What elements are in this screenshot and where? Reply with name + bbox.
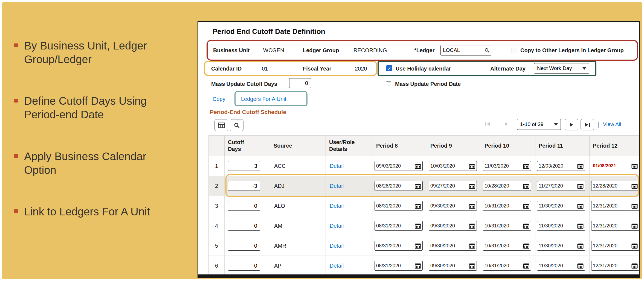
detail-link[interactable]: Detail [330, 163, 344, 169]
detail-link[interactable]: Detail [330, 243, 344, 249]
calendar-icon[interactable] [415, 263, 421, 269]
period-date-field[interactable]: 08/31/2020 [375, 201, 423, 211]
period-date-field[interactable]: 11/30/2020 [537, 241, 585, 251]
date-value: 08/31/2020 [376, 223, 401, 229]
grid-personalize-button[interactable] [214, 119, 228, 131]
detail-link[interactable]: Detail [330, 203, 344, 209]
calendar-icon[interactable] [631, 243, 638, 249]
period-date-field[interactable]: 08/31/2020 [375, 221, 423, 231]
period-date-field[interactable]: 11/30/2020 [537, 221, 585, 231]
mass-update-period-checkbox[interactable] [386, 81, 391, 87]
calendar-icon[interactable] [415, 203, 421, 209]
cutoff-days-input[interactable] [228, 261, 260, 271]
pagination-select[interactable]: 1-10 of 39 [517, 119, 561, 130]
calendar-icon[interactable] [469, 203, 475, 209]
calendar-icon[interactable] [469, 163, 475, 169]
period-date-field[interactable]: 11/30/2020 [537, 261, 585, 271]
calendar-icon[interactable] [469, 183, 475, 189]
period12-cell: 12/28/2020 [590, 176, 640, 196]
period-date-field[interactable]: 12/31/2020 [591, 201, 639, 211]
copy-to-other-checkbox[interactable] [512, 48, 517, 53]
copy-link[interactable]: Copy [213, 96, 225, 102]
cutoff-days-input[interactable] [228, 181, 260, 191]
period-date-field[interactable]: 09/03/2020 [375, 161, 423, 171]
cutoff-days-input[interactable] [228, 201, 260, 211]
period-date-field[interactable]: 10/28/2020 [483, 181, 531, 191]
previous-page-button[interactable] [504, 122, 507, 126]
calendar-icon[interactable] [523, 243, 529, 249]
period-date-field[interactable]: 09/30/2020 [429, 261, 477, 271]
period-date-field[interactable]: 01/08/2021 [591, 161, 639, 171]
period-date-field[interactable]: 12/31/2020 [591, 261, 639, 271]
period-date-field[interactable]: 12/03/2020 [537, 161, 585, 171]
period-date-field[interactable]: 09/27/2020 [429, 181, 477, 191]
calendar-icon[interactable] [631, 223, 638, 229]
period-date-field[interactable]: 10/31/2020 [483, 261, 531, 271]
period-date-field[interactable]: 10/31/2020 [483, 201, 531, 211]
calendar-icon[interactable] [577, 203, 584, 209]
period-date-field[interactable]: 08/28/2020 [375, 181, 423, 191]
calendar-icon[interactable] [631, 263, 638, 269]
bullet-text: Link to Ledgers For A Unit [24, 205, 177, 219]
use-holiday-checkbox[interactable] [386, 65, 392, 71]
date-value: 09/30/2020 [430, 263, 455, 269]
calendar-icon[interactable] [523, 183, 529, 189]
arrow-left-icon [504, 122, 507, 126]
calendar-icon[interactable] [631, 203, 638, 209]
period-date-field[interactable]: 12/28/2020 [591, 181, 639, 191]
period12-cell: 01/08/2021 [590, 156, 640, 176]
calendar-icon[interactable] [631, 183, 638, 189]
calendar-icon[interactable] [577, 223, 584, 229]
period-date-field[interactable]: 08/31/2020 [375, 241, 423, 251]
ledger-input[interactable] [440, 45, 491, 55]
search-button[interactable] [230, 119, 243, 131]
detail-link[interactable]: Detail [330, 263, 344, 269]
period-date-field[interactable]: 08/31/2020 [375, 261, 423, 271]
calendar-icon[interactable] [415, 223, 421, 229]
calendar-icon[interactable] [523, 223, 529, 229]
next-page-button[interactable] [565, 119, 578, 130]
calendar-icon[interactable] [415, 183, 421, 189]
period-date-field[interactable]: 10/03/2020 [429, 161, 477, 171]
period-date-field[interactable]: 11/27/2020 [537, 181, 585, 191]
period12-cell: 12/31/2020 [590, 236, 640, 256]
ledger-input-wrap [440, 45, 491, 55]
detail-link[interactable]: Detail [330, 223, 344, 229]
period-date-field[interactable]: 11/03/2020 [483, 161, 531, 171]
lookup-icon[interactable] [485, 48, 489, 53]
detail-link[interactable]: Detail [330, 183, 344, 189]
ledgers-for-a-unit-link[interactable]: Ledgers For A Unit [241, 96, 286, 102]
cutoff-days-input[interactable] [228, 221, 260, 231]
toolbar-separator: | [597, 121, 599, 128]
calendar-icon[interactable] [523, 203, 529, 209]
calendar-icon[interactable] [577, 183, 584, 189]
calendar-icon[interactable] [577, 163, 584, 169]
period9-cell: 09/30/2020 [427, 236, 481, 256]
period-date-field[interactable]: 11/30/2020 [537, 201, 585, 211]
calendar-icon[interactable] [469, 263, 475, 269]
calendar-icon[interactable] [577, 263, 584, 269]
alternate-day-select[interactable]: Next Work Day [534, 63, 589, 74]
period-date-field[interactable]: 10/31/2020 [483, 241, 531, 251]
calendar-icon[interactable] [469, 243, 475, 249]
calendar-icon[interactable] [523, 263, 529, 269]
mass-update-cutoff-input[interactable] [289, 78, 311, 88]
period-date-field[interactable]: 10/31/2020 [483, 221, 531, 231]
calendar-icon[interactable] [631, 163, 638, 169]
period-date-field[interactable]: 09/30/2020 [429, 241, 477, 251]
last-page-button[interactable] [581, 119, 594, 130]
calendar-icon[interactable] [469, 223, 475, 229]
period9-cell: 09/30/2020 [427, 216, 481, 236]
period-date-field[interactable]: 09/30/2020 [429, 221, 477, 231]
period-date-field[interactable]: 12/31/2020 [591, 241, 639, 251]
period-date-field[interactable]: 09/30/2020 [429, 201, 477, 211]
calendar-icon[interactable] [523, 163, 529, 169]
cutoff-days-input[interactable] [228, 241, 260, 251]
view-all-link[interactable]: View All [603, 121, 621, 127]
first-page-button[interactable] [485, 122, 490, 126]
calendar-icon[interactable] [415, 243, 421, 249]
calendar-icon[interactable] [577, 243, 584, 249]
cutoff-days-input[interactable] [228, 161, 260, 171]
calendar-icon[interactable] [415, 163, 421, 169]
period-date-field[interactable]: 12/31/2020 [591, 221, 639, 231]
